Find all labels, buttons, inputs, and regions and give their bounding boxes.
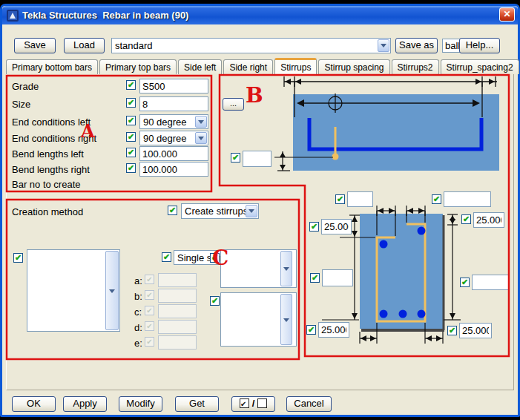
param-d-label: d:	[134, 322, 142, 333]
param-e-label: e:	[134, 338, 142, 349]
stirrup-shape-dropdown[interactable]	[105, 251, 119, 330]
modify-button[interactable]: Modify	[119, 396, 162, 412]
hook-top-dropdown[interactable]	[280, 251, 292, 286]
param-d-checkbox	[145, 321, 154, 331]
creation-method-label: Creation method	[12, 206, 83, 217]
end-conditions-left-checkbox[interactable]	[126, 116, 136, 125]
ok-button[interactable]: OK	[12, 396, 56, 412]
bend-lengths-right-input[interactable]	[139, 162, 208, 177]
cs-top-left-input[interactable]	[347, 191, 373, 207]
screen: Tekla Structures Rebar in beam (90) ✕ Sa…	[0, 0, 520, 420]
save-as-button[interactable]: Save as	[395, 38, 438, 53]
save-button[interactable]: Save	[14, 38, 56, 53]
cs-top-right-input[interactable]	[444, 191, 491, 207]
param-e-input	[158, 335, 197, 350]
cs-top-right-checkbox[interactable]	[432, 194, 441, 204]
app-icon	[7, 10, 19, 22]
close-button[interactable]: ✕	[499, 7, 515, 22]
end-conditions-right-label: End conditions right	[12, 133, 96, 144]
end-conditions-left-value: 90 degree	[143, 117, 187, 128]
toggle-fields-button[interactable]: /	[231, 396, 275, 412]
grade-input[interactable]	[139, 79, 208, 93]
end-conditions-left-select[interactable]: 90 degree	[139, 114, 208, 129]
param-b-checkbox	[145, 290, 154, 300]
tab-stirrups2[interactable]: Stirrups2	[392, 59, 439, 74]
end-conditions-right-checkbox[interactable]	[126, 132, 136, 142]
cs-mid-right-input[interactable]	[472, 275, 510, 290]
end-conditions-left-label: End conditions left	[12, 117, 90, 128]
tab-primary-bottom-bars[interactable]: Primary bottom bars	[6, 59, 98, 74]
cs-mid-left-input[interactable]	[322, 269, 353, 286]
hook-top-preview-checkbox[interactable]	[210, 253, 220, 263]
cover-top-right-input[interactable]	[473, 212, 504, 228]
bend-lengths-right-checkbox[interactable]	[126, 163, 136, 173]
chevron-down-icon[interactable]	[195, 116, 207, 128]
get-button[interactable]: Get	[175, 396, 219, 412]
size-input[interactable]	[139, 96, 208, 111]
titlebar: Tekla Structures Rebar in beam (90)	[2, 6, 518, 24]
size-label: Size	[12, 99, 30, 110]
cover-bottom-right-checkbox[interactable]	[447, 326, 457, 335]
param-c-input	[158, 304, 197, 318]
toggle-separator: /	[252, 398, 255, 409]
stirrup-shape-checkbox[interactable]	[13, 253, 23, 263]
cs-mid-left-checkbox[interactable]	[310, 273, 320, 283]
unchecked-box-icon	[257, 398, 267, 408]
tab-side-left[interactable]: Side left	[178, 59, 222, 74]
param-c-checkbox	[145, 306, 154, 315]
creation-method-checkbox[interactable]	[168, 206, 177, 215]
param-a-label: a:	[134, 275, 142, 286]
elevation-offset-input[interactable]	[243, 151, 271, 167]
elevation-offset-checkbox[interactable]	[231, 153, 240, 163]
load-button[interactable]: Load	[64, 38, 105, 53]
tab-stirrup-spacing[interactable]: Stirrup spacing	[318, 59, 389, 74]
preset-value: standard	[115, 40, 153, 51]
tab-primary-top-bars[interactable]: Primary top bars	[99, 59, 177, 74]
param-a-input	[158, 273, 197, 287]
cover-bottom-left-checkbox[interactable]	[306, 325, 316, 335]
chevron-down-icon[interactable]	[246, 205, 257, 217]
size-browse-button[interactable]: ...	[223, 98, 244, 111]
hook-bottom-dropdown[interactable]	[280, 294, 292, 345]
param-b-input	[158, 289, 197, 303]
tab-bar: Primary bottom bars Primary top bars Sid…	[6, 59, 519, 74]
checked-box-icon	[240, 398, 249, 408]
window-title: Tekla Structures Rebar in beam (90)	[22, 10, 188, 21]
bend-lengths-right-label: Bend lengths right	[12, 164, 90, 175]
param-c-label: c:	[134, 306, 142, 318]
param-d-input	[158, 320, 197, 334]
end-conditions-right-select[interactable]: 90 degree	[139, 131, 208, 145]
bar-no-to-create-label: Bar no to create	[12, 179, 81, 190]
preset-combobox[interactable]: standard	[111, 38, 391, 53]
stirrup-type-checkbox[interactable]	[162, 252, 171, 262]
param-a-checkbox	[145, 275, 154, 284]
grade-checkbox[interactable]	[126, 80, 136, 90]
cover-top-left-input[interactable]	[321, 219, 352, 234]
close-icon: ✕	[503, 9, 510, 19]
apply-button[interactable]: Apply	[63, 396, 107, 412]
chevron-down-icon[interactable]	[195, 132, 207, 144]
bend-lengths-left-input[interactable]	[139, 146, 208, 161]
cover-top-left-checkbox[interactable]	[309, 222, 319, 232]
help-button[interactable]: Help...	[459, 38, 500, 53]
creation-method-value: Create stirrups	[185, 206, 248, 217]
tab-stirrups[interactable]: Stirrups	[274, 58, 317, 74]
chevron-down-icon[interactable]	[378, 39, 389, 52]
size-checkbox[interactable]	[126, 98, 136, 108]
param-b-label: b:	[134, 291, 142, 302]
cs-top-left-checkbox[interactable]	[335, 194, 345, 204]
bend-lengths-left-label: Bend lengths left	[12, 148, 84, 160]
cover-top-right-checkbox[interactable]	[461, 214, 471, 224]
cover-bottom-left-input[interactable]	[318, 322, 349, 338]
cs-mid-right-checkbox[interactable]	[460, 278, 470, 287]
grade-label: Grade	[12, 81, 39, 92]
cover-bottom-right-input[interactable]	[459, 323, 492, 338]
creation-method-select[interactable]: Create stirrups	[181, 203, 259, 219]
end-conditions-right-value: 90 degree	[143, 133, 187, 144]
hook-bottom-preview-checkbox[interactable]	[210, 296, 220, 306]
tab-side-right[interactable]: Side right	[223, 59, 273, 74]
tab-stirrup-spacing2[interactable]: Stirrup_spacing2	[441, 59, 519, 74]
param-e-checkbox	[145, 337, 154, 347]
bend-lengths-left-checkbox[interactable]	[126, 148, 136, 157]
cancel-button[interactable]: Cancel	[286, 396, 332, 412]
